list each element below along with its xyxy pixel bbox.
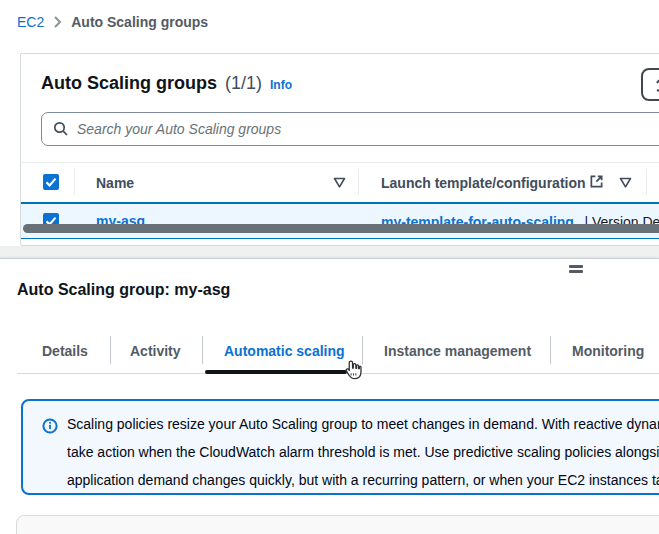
search-placeholder: Search your Auto Scaling groups (77, 121, 281, 137)
alert-line: Scaling policies resize your Auto Scalin… (67, 410, 659, 438)
sort-icon-name[interactable] (333, 176, 346, 189)
tab-divider (550, 336, 551, 364)
info-link[interactable]: Info (270, 78, 292, 92)
tab-divider (110, 336, 111, 364)
refresh-button[interactable] (641, 68, 659, 101)
breadcrumb: EC2 Auto Scaling groups (17, 14, 208, 30)
alert-line: take action when the CloudWatch alarm th… (67, 438, 659, 466)
alert-text: Scaling policies resize your Auto Scalin… (67, 410, 659, 494)
split-panel-drag-handle-icon[interactable] (569, 265, 583, 273)
column-header-launch-template[interactable]: Launch template/configuration (381, 175, 586, 191)
info-icon (42, 418, 58, 434)
table-header-row: Name Launch template/configuration (21, 163, 659, 202)
table-row[interactable]: my-asg my-template-for-auto-scaling | Ve… (21, 202, 659, 239)
active-tab-underline (205, 370, 347, 374)
column-header-name[interactable]: Name (96, 175, 134, 191)
external-link-icon (589, 174, 604, 189)
sort-icon-launch-template[interactable] (619, 176, 632, 189)
select-all-checkbox[interactable] (43, 174, 59, 190)
column-divider (74, 169, 75, 195)
breadcrumb-current: Auto Scaling groups (71, 14, 208, 30)
aws-console-screen: EC2 Auto Scaling groups Auto Scaling gro… (0, 0, 659, 534)
breadcrumb-ec2-link[interactable]: EC2 (17, 14, 44, 30)
refresh-icon (654, 77, 659, 93)
asg-list-card: Auto Scaling groups (1/1) Info Search yo… (20, 53, 659, 246)
column-divider (646, 169, 647, 195)
asg-list-header: Auto Scaling groups (1/1) Info (41, 73, 292, 94)
search-input[interactable]: Search your Auto Scaling groups (41, 112, 659, 146)
asg-list-title: Auto Scaling groups (41, 73, 217, 94)
tab-activity[interactable]: Activity (130, 343, 181, 359)
horizontal-scrollbar[interactable] (23, 224, 659, 233)
panel-gap-band (0, 246, 659, 258)
scaling-policies-info-alert: Scaling policies resize your Auto Scalin… (21, 399, 659, 495)
column-divider (358, 169, 359, 195)
scaling-policies-card-fragment (16, 515, 659, 534)
panel-title: Auto Scaling group: my-asg (17, 281, 230, 299)
alert-line: application demand changes quickly, but … (67, 466, 659, 494)
tab-instance-management[interactable]: Instance management (384, 343, 531, 359)
tab-divider (202, 336, 203, 364)
asg-detail-split-panel: Auto Scaling group: my-asg Details Activ… (0, 258, 659, 534)
tab-monitoring[interactable]: Monitoring (572, 343, 644, 359)
tab-details[interactable]: Details (42, 343, 88, 359)
search-icon (53, 121, 69, 137)
tab-divider (362, 336, 363, 364)
chevron-right-icon (53, 16, 62, 28)
tab-automatic-scaling[interactable]: Automatic scaling (224, 343, 345, 359)
asg-list-count: (1/1) (225, 73, 262, 94)
